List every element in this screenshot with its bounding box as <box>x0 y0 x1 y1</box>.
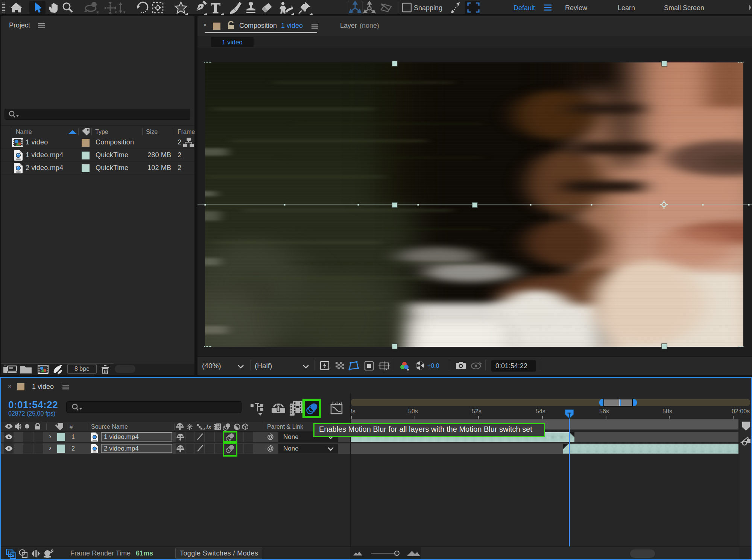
svg-text:fx: fx <box>206 424 212 430</box>
